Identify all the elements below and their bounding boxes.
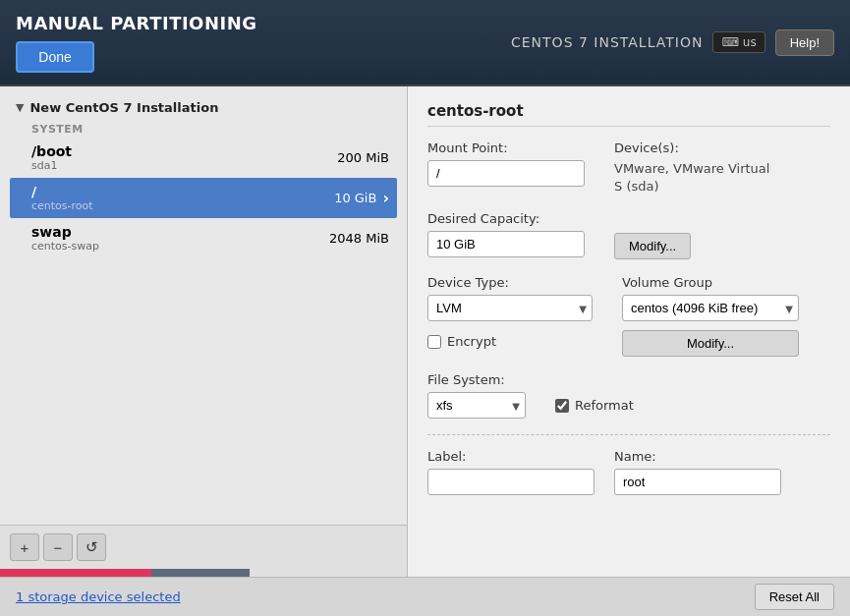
encrypt-checkbox[interactable] [427, 335, 441, 349]
done-button[interactable]: Done [16, 41, 94, 73]
partition-item-boot[interactable]: /boot sda1 200 MiB [10, 138, 397, 178]
group-label: New CentOS 7 Installation [29, 100, 218, 115]
volume-group-select[interactable]: centos (4096 KiB free) [622, 295, 799, 321]
group-header[interactable]: ▼ New CentOS 7 Installation [10, 96, 397, 119]
part-name-root: / [31, 184, 93, 199]
reformat-row: Reformat [555, 398, 634, 413]
action-bar: + − ↺ [0, 526, 407, 569]
part-sub-swap: centos-swap [31, 240, 99, 252]
part-size-boot: 200 MiB [337, 150, 389, 165]
desired-capacity-input[interactable] [427, 231, 585, 257]
part-left-root: / centos-root [31, 184, 93, 212]
file-system-select[interactable]: xfs ext4 ext3 ext2 swap vfat bios boot [427, 392, 526, 419]
devices-label: Device(s): [614, 140, 771, 155]
storage-device-link[interactable]: 1 storage device selected [16, 589, 181, 604]
main-content: ▼ New CentOS 7 Installation SYSTEM /boot… [0, 86, 850, 616]
left-panel: ▼ New CentOS 7 Installation SYSTEM /boot… [0, 86, 408, 616]
modify-button[interactable]: Modify... [614, 233, 691, 259]
part-right-swap: 2048 MiB [329, 231, 389, 246]
part-sub-root: centos-root [31, 199, 93, 212]
encrypt-label: Encrypt [447, 334, 496, 349]
part-right-root: 10 GiB › [334, 189, 389, 207]
encrypt-row: Encrypt [427, 334, 593, 349]
header-left: MANUAL PARTITIONING Done [16, 13, 257, 73]
remove-partition-button[interactable]: − [43, 533, 73, 561]
desired-capacity-group: Desired Capacity: [427, 211, 585, 259]
add-partition-button[interactable]: + [10, 533, 39, 561]
part-size-root: 10 GiB [334, 191, 376, 205]
device-type-volume-row: Device Type: LVM Standard Partition BTRF… [427, 275, 830, 357]
divider [427, 434, 830, 435]
part-left-swap: swap centos-swap [31, 224, 99, 252]
name-field-label: Name: [614, 449, 781, 464]
device-type-label: Device Type: [427, 275, 593, 290]
desired-capacity-label: Desired Capacity: [427, 211, 585, 226]
label-group: Label: [427, 449, 595, 495]
mount-point-label: Mount Point: [427, 140, 585, 155]
partition-list: ▼ New CentOS 7 Installation SYSTEM /boot… [0, 86, 407, 525]
system-label: SYSTEM [10, 119, 397, 138]
devices-group: Device(s): VMware, VMware Virtual S (sda… [614, 140, 771, 196]
help-button[interactable]: Help! [775, 29, 834, 56]
label-name-row: Label: Name: [427, 449, 830, 495]
device-type-select-wrapper: LVM Standard Partition BTRFS LVM Thin Pr… [427, 295, 593, 321]
header: MANUAL PARTITIONING Done CENTOS 7 INSTAL… [0, 0, 850, 86]
right-panel: centos-root Mount Point: Device(s): VMwa… [408, 86, 850, 616]
keyboard-value: us [743, 35, 757, 49]
volume-group-group: Volume Group centos (4096 KiB free) ▼ Mo… [622, 275, 799, 357]
partition-item-swap[interactable]: swap centos-swap 2048 MiB [10, 218, 397, 258]
refresh-partition-button[interactable]: ↺ [77, 533, 106, 561]
device-type-group: Device Type: LVM Standard Partition BTRF… [427, 275, 593, 349]
partition-item-root[interactable]: / centos-root 10 GiB › [10, 178, 397, 218]
capacity-modify-row: Desired Capacity: Modify... [427, 211, 830, 259]
install-group: ▼ New CentOS 7 Installation SYSTEM /boot… [10, 96, 397, 258]
filesystem-reformat-row: File System: xfs ext4 ext3 ext2 swap vfa… [427, 372, 830, 419]
name-group: Name: [614, 449, 781, 495]
label-input[interactable] [427, 469, 595, 495]
mount-point-input[interactable] [427, 160, 585, 187]
reformat-checkbox[interactable] [555, 399, 569, 413]
collapse-arrow-icon: ▼ [16, 101, 24, 114]
part-name-swap: swap [31, 224, 99, 240]
file-system-select-wrapper: xfs ext4 ext3 ext2 swap vfat bios boot ▼ [427, 392, 526, 419]
reset-all-button[interactable]: Reset All [755, 584, 834, 610]
detail-section-title: centos-root [427, 102, 830, 127]
file-system-group: File System: xfs ext4 ext3 ext2 swap vfa… [427, 372, 526, 419]
part-left-boot: /boot sda1 [31, 143, 72, 172]
modify-group: Modify... [614, 211, 691, 259]
centos-install-label: CENTOS 7 INSTALLATION [511, 34, 703, 50]
keyboard-icon: ⌨ [721, 35, 738, 49]
part-sub-boot: sda1 [31, 159, 72, 172]
chevron-right-icon: › [382, 189, 389, 207]
mount-point-group: Mount Point: [427, 140, 585, 196]
volume-group-modify-button[interactable]: Modify... [622, 330, 799, 357]
file-system-label: File System: [427, 372, 526, 387]
volume-group-label: Volume Group [622, 275, 799, 290]
header-right: CENTOS 7 INSTALLATION ⌨ us Help! [511, 29, 834, 56]
mount-devices-row: Mount Point: Device(s): VMware, VMware V… [427, 140, 830, 196]
reformat-label: Reformat [575, 398, 634, 413]
page-title: MANUAL PARTITIONING [16, 13, 257, 33]
part-size-swap: 2048 MiB [329, 231, 389, 246]
label-field-label: Label: [427, 449, 595, 464]
devices-text: VMware, VMware Virtual S (sda) [614, 160, 771, 196]
name-input[interactable] [614, 469, 781, 495]
reformat-group: Reformat [555, 372, 634, 413]
footer: 1 storage device selected Reset All [0, 577, 850, 616]
part-right-boot: 200 MiB [337, 150, 389, 165]
device-type-select[interactable]: LVM Standard Partition BTRFS LVM Thin Pr… [427, 295, 593, 321]
part-name-boot: /boot [31, 143, 72, 159]
keyboard-badge[interactable]: ⌨ us [712, 31, 765, 53]
volume-group-select-wrapper: centos (4096 KiB free) ▼ [622, 295, 799, 321]
